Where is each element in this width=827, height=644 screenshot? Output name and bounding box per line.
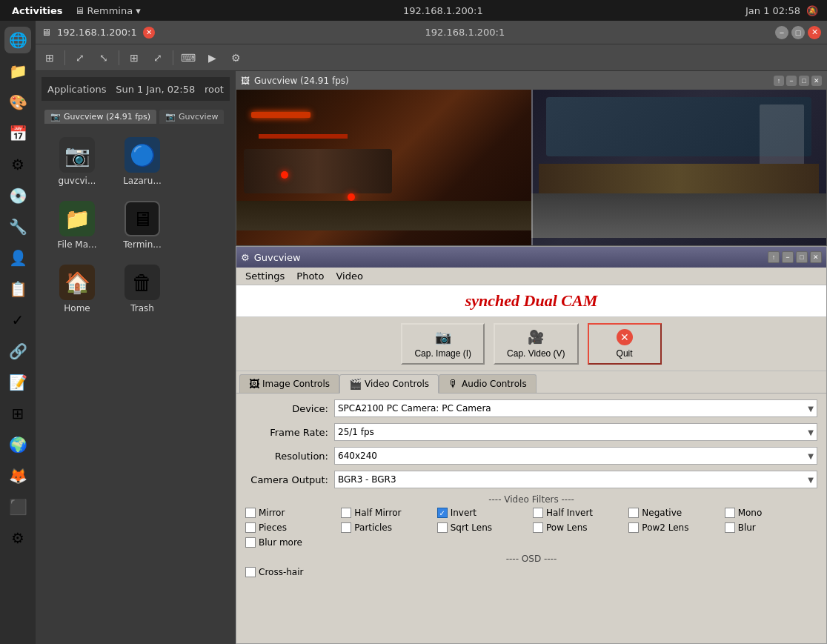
applications-menu[interactable]: Applications: [47, 84, 106, 95]
checkbox-half-invert[interactable]: Half Invert: [533, 508, 625, 518]
dock-icon-check[interactable]: ✓: [4, 307, 31, 333]
menu-settings[interactable]: Settings: [239, 268, 290, 285]
checkbox-half-mirror[interactable]: Half Mirror: [341, 508, 434, 518]
frame-rate-select[interactable]: 25/1 fps ▼: [334, 423, 817, 441]
close-button[interactable]: ✕: [808, 26, 821, 39]
toolbar-settings-btn[interactable]: ⚙: [225, 47, 247, 68]
dock-icon-apps[interactable]: ⊞: [4, 400, 31, 427]
dock-icon-paint[interactable]: 🎨: [4, 89, 31, 116]
dock-icon-globe[interactable]: 🌍: [4, 431, 31, 458]
dock-icon-user[interactable]: 👤: [4, 245, 31, 271]
checkbox-blur-more[interactable]: Blur more: [245, 537, 817, 548]
checkbox-pow-lens[interactable]: Pow Lens: [533, 522, 625, 533]
cap-video-button[interactable]: 🎥 Cap. Video (V): [494, 323, 579, 365]
desktop-icon-home[interactable]: 🏠 Home: [47, 260, 107, 318]
toolbar-expand-btn[interactable]: ⤡: [93, 47, 115, 68]
mono-checkbox[interactable]: [725, 508, 735, 518]
menu-video[interactable]: Video: [330, 268, 368, 285]
osd-label: ---- OSD ----: [245, 554, 817, 564]
dock-icon-tools[interactable]: 🔧: [4, 213, 31, 240]
guvcview-top-min-btn[interactable]: −: [786, 76, 797, 86]
blur-more-checkbox[interactable]: [245, 537, 256, 548]
particles-checkbox[interactable]: [341, 522, 351, 533]
guvcview-ctrl-title: Guvcview: [254, 252, 301, 263]
dock-icon-link[interactable]: 🔗: [4, 338, 31, 365]
dock-icon-system[interactable]: 💿: [4, 182, 31, 209]
desktop-icon-lazaru[interactable]: 🔵 Lazaru...: [113, 133, 172, 190]
remote-content: Applications Sun 1 Jan, 02:58 root 📷 Guv…: [36, 71, 827, 644]
remmina-indicator[interactable]: 🖥 Remmina ▾: [75, 5, 141, 16]
checkbox-particles[interactable]: Particles: [341, 522, 434, 533]
dock-icon-firefox2[interactable]: 🦊: [4, 462, 31, 489]
dock-icon-firefox[interactable]: 🌐: [4, 27, 31, 53]
dock-icon-layers[interactable]: 📋: [4, 276, 31, 302]
guvcview-ctrl-max-btn[interactable]: □: [796, 251, 808, 263]
toolbar-kbd-btn[interactable]: ⌨: [177, 47, 199, 68]
half-invert-checkbox[interactable]: [533, 508, 543, 518]
pieces-checkbox[interactable]: [245, 522, 256, 533]
maximize-button[interactable]: □: [791, 26, 805, 39]
cap-image-button[interactable]: 📷 Cap. Image (I): [401, 323, 485, 365]
sqrt-lens-checkbox[interactable]: [437, 522, 448, 533]
minimize-button[interactable]: −: [775, 26, 788, 39]
blur-checkbox[interactable]: [725, 522, 735, 533]
toolbar-home-btn[interactable]: ⊞: [39, 47, 61, 68]
checkbox-mono[interactable]: Mono: [725, 508, 817, 518]
checkbox-sqrt-lens[interactable]: Sqrt Lens: [437, 522, 530, 533]
gnome-dock: 🌐 📁 🎨 📅 ⚙ 💿 🔧 👤 📋 ✓ 🔗 📝 ⊞ 🌍 🦊 ⬛ ⚙: [0, 21, 36, 644]
guvcview-ctrl-up-btn[interactable]: ↑: [768, 251, 780, 263]
activities-button[interactable]: Activities: [6, 5, 69, 16]
checkbox-pow2-lens[interactable]: Pow2 Lens: [628, 522, 721, 533]
menu-photo[interactable]: Photo: [290, 268, 330, 285]
dock-icon-calendar[interactable]: 📅: [4, 120, 31, 147]
desktop-icon-terminal[interactable]: 🖥 Termin...: [113, 196, 172, 254]
guvcview-ctrl-close-btn[interactable]: ✕: [810, 251, 822, 263]
remote-user: root: [205, 84, 224, 95]
half-mirror-checkbox[interactable]: [341, 508, 351, 518]
invert-checkbox[interactable]: ✓: [437, 508, 448, 518]
toolbar-fullscreen-btn[interactable]: ⤢: [69, 47, 91, 68]
mirror-checkbox[interactable]: [245, 508, 256, 518]
pow-lens-checkbox[interactable]: [533, 522, 543, 533]
desktop-icon-filemanager[interactable]: 📁 File Ma...: [47, 196, 107, 254]
video-filters-label: ---- Video Filters ----: [245, 494, 817, 505]
remmina-window-icon: 🖥: [41, 27, 51, 38]
close-tab-button[interactable]: ✕: [143, 27, 155, 39]
checkbox-pieces[interactable]: Pieces: [245, 522, 338, 533]
taskbar-tab-guvcview1[interactable]: 📷 Guvcview (24.91 fps): [44, 110, 156, 124]
device-select[interactable]: SPCA2100 PC Camera: PC Camera ▼: [334, 399, 817, 417]
checkbox-negative[interactable]: Negative: [628, 508, 721, 518]
resolution-select[interactable]: 640x240 ▼: [334, 447, 817, 465]
tab-video-label: Video Controls: [365, 379, 429, 389]
tab-image-controls[interactable]: 🖼 Image Controls: [239, 374, 339, 393]
crosshair-checkbox[interactable]: [245, 567, 256, 577]
tab-audio-icon: 🎙: [448, 378, 459, 390]
pieces-label: Pieces: [259, 522, 287, 533]
checkbox-mirror[interactable]: Mirror: [245, 508, 338, 518]
guvcview-top-up-btn[interactable]: ↑: [774, 76, 784, 86]
dock-icon-notes[interactable]: 📝: [4, 369, 31, 396]
taskbar-tab-guvcview2[interactable]: 📷 Guvcview: [159, 110, 224, 124]
dock-icon-gear[interactable]: ⚙: [4, 525, 31, 551]
toolbar-fit-btn[interactable]: ⤢: [147, 47, 169, 68]
checkbox-invert[interactable]: ✓ Invert: [437, 508, 530, 518]
dock-icon-files[interactable]: 📁: [4, 58, 31, 84]
toolbar-cmd-btn[interactable]: ▶: [201, 47, 223, 68]
toolbar-grid-btn[interactable]: ⊞: [123, 47, 145, 68]
guvcview-ctrl-min-btn[interactable]: −: [782, 251, 794, 263]
negative-checkbox[interactable]: [628, 508, 639, 518]
camera-output-select[interactable]: BGR3 - BGR3 ▼: [334, 471, 817, 488]
dock-icon-terminal[interactable]: ⬛: [4, 494, 31, 520]
guvcview-top-max-btn[interactable]: □: [799, 76, 809, 86]
desktop-icon-guvcview[interactable]: 📷 guvcvi...: [47, 133, 107, 190]
tab-video-controls[interactable]: 🎬 Video Controls: [339, 374, 439, 394]
desktop-icon-trash[interactable]: 🗑 Trash: [113, 260, 172, 318]
pow2-lens-checkbox[interactable]: [628, 522, 639, 533]
tab-audio-controls[interactable]: 🎙 Audio Controls: [439, 374, 537, 393]
trash-icon: 🗑: [124, 265, 160, 300]
quit-button[interactable]: ✕ Quit: [588, 323, 662, 365]
guvcview-top-close-btn[interactable]: ✕: [811, 76, 822, 86]
notification-icon[interactable]: 🔕: [806, 5, 818, 16]
checkbox-blur[interactable]: Blur: [725, 522, 817, 533]
dock-icon-settings[interactable]: ⚙: [4, 151, 31, 178]
